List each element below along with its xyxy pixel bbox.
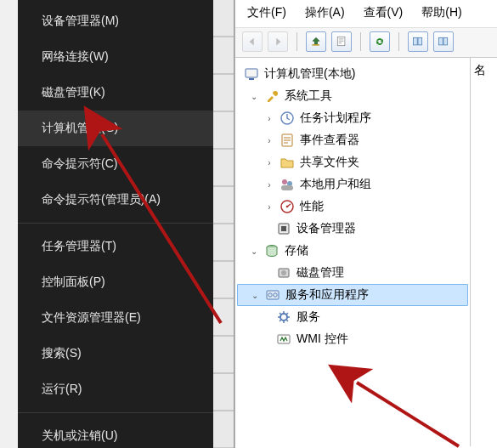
wrench-icon xyxy=(264,88,280,104)
toolbar-separator xyxy=(398,32,399,51)
menu-help[interactable]: 帮助(H) xyxy=(421,5,461,20)
svg-rect-7 xyxy=(249,78,254,80)
chevron-down-icon[interactable]: ⌄ xyxy=(249,246,259,256)
device-manager-icon xyxy=(276,221,291,236)
toolbar-refresh-button[interactable] xyxy=(370,31,390,52)
tree-label: 系统工具 xyxy=(285,88,332,104)
svg-point-14 xyxy=(286,206,289,208)
menu-view[interactable]: 查看(V) xyxy=(364,5,404,20)
svg-rect-0 xyxy=(312,44,319,46)
arrow-right-icon xyxy=(272,36,284,48)
toolbar xyxy=(235,28,497,58)
toolbar-forward-button[interactable] xyxy=(268,31,288,52)
svg-rect-16 xyxy=(281,226,286,231)
svg-rect-6 xyxy=(246,69,257,77)
toolbar-panes-button[interactable] xyxy=(408,31,428,52)
tree-wmi-control[interactable]: WMI 控件 xyxy=(237,328,468,350)
tree-label: 服务和应用程序 xyxy=(285,287,369,303)
svg-point-19 xyxy=(281,270,286,275)
menu-shutdown-signout[interactable]: 关机或注销(U) xyxy=(18,418,213,448)
tree-label: 存储 xyxy=(285,243,308,258)
chevron-down-icon[interactable]: ⌄ xyxy=(250,290,260,300)
menu-separator xyxy=(18,412,213,413)
tree-services-and-apps[interactable]: ⌄ 服务和应用程序 xyxy=(237,284,468,306)
menu-command-prompt-admin[interactable]: 命令提示符(管理员)(A) xyxy=(18,182,213,218)
tree-disk-management[interactable]: 磁盘管理 xyxy=(237,262,468,284)
column-name-header: 名 xyxy=(474,63,486,77)
computer-management-window: 文件(F) 操作(A) 查看(V) 帮助(H) 计算机管理(本地) ⌄ xyxy=(234,0,497,448)
menu-device-manager[interactable]: 设备管理器(M) xyxy=(18,3,213,39)
tree-shared-folders[interactable]: › 共享文件夹 xyxy=(237,151,468,173)
tree-label: 共享文件夹 xyxy=(300,155,359,170)
svg-point-10 xyxy=(282,179,287,184)
svg-rect-1 xyxy=(337,37,345,46)
gear-icon xyxy=(276,309,291,325)
chevron-right-icon[interactable]: › xyxy=(264,179,274,190)
toolbar-separator xyxy=(297,32,297,51)
details-column-header: 名 xyxy=(470,58,497,446)
svg-rect-24 xyxy=(278,335,290,343)
tree-label: 性能 xyxy=(300,199,324,214)
tree-storage[interactable]: ⌄ 存储 xyxy=(237,240,468,262)
tree-event-viewer[interactable]: › 事件查看器 xyxy=(237,129,468,151)
menu-control-panel[interactable]: 控制面板(P) xyxy=(18,264,213,300)
services-apps-icon xyxy=(265,287,280,303)
tree-root-label: 计算机管理(本地) xyxy=(264,66,355,82)
chevron-right-icon[interactable]: › xyxy=(264,135,274,145)
tree-label: 设备管理器 xyxy=(297,221,356,236)
menu-search[interactable]: 搜索(S) xyxy=(18,336,213,371)
toolbar-back-button[interactable] xyxy=(242,31,263,52)
properties-icon xyxy=(336,36,347,48)
wmi-icon xyxy=(276,332,291,347)
menu-separator xyxy=(18,223,213,224)
arrow-left-icon xyxy=(246,36,258,48)
disk-icon xyxy=(276,265,291,281)
svg-point-23 xyxy=(280,314,287,320)
panes-icon xyxy=(412,36,424,48)
refresh-icon xyxy=(374,36,386,48)
background-strip xyxy=(213,0,234,448)
performance-icon xyxy=(280,199,295,214)
menubar: 文件(F) 操作(A) 查看(V) 帮助(H) xyxy=(235,0,497,28)
tree-local-users-groups[interactable]: › 本地用户和组 xyxy=(237,173,468,196)
tree-label: 事件查看器 xyxy=(300,133,359,148)
menu-action[interactable]: 操作(A) xyxy=(305,5,345,20)
tree-label: 本地用户和组 xyxy=(300,177,371,192)
tree-label: 任务计划程序 xyxy=(300,111,371,126)
toolbar-panes2-button[interactable] xyxy=(433,31,454,52)
svg-rect-3 xyxy=(418,37,422,45)
users-icon xyxy=(280,177,295,192)
menu-command-prompt[interactable]: 命令提示符(C) xyxy=(18,146,213,182)
menu-computer-management[interactable]: 计算机管理(G) xyxy=(18,111,213,146)
winx-context-menu: 设备管理器(M) 网络连接(W) 磁盘管理(K) 计算机管理(G) 命令提示符(… xyxy=(18,0,213,448)
chevron-right-icon[interactable]: › xyxy=(264,201,274,212)
chevron-right-icon[interactable]: › xyxy=(264,113,274,123)
tree-root[interactable]: 计算机管理(本地) xyxy=(237,63,468,85)
menu-file-explorer[interactable]: 文件资源管理器(E) xyxy=(18,300,213,336)
tree-label: 磁盘管理 xyxy=(297,265,344,281)
tree-system-tools[interactable]: ⌄ 系统工具 xyxy=(237,85,468,107)
chevron-right-icon[interactable]: › xyxy=(264,157,274,167)
tree-label: 服务 xyxy=(297,309,320,325)
tree-label: WMI 控件 xyxy=(297,332,348,347)
tree-services[interactable]: 服务 xyxy=(237,306,468,328)
folder-icon xyxy=(280,155,295,170)
menu-network-connections[interactable]: 网络连接(W) xyxy=(18,39,213,75)
chevron-down-icon[interactable]: ⌄ xyxy=(249,91,259,101)
tree-task-scheduler[interactable]: › 任务计划程序 xyxy=(237,107,468,129)
svg-rect-5 xyxy=(443,37,448,45)
menu-disk-management[interactable]: 磁盘管理(K) xyxy=(18,75,213,111)
menu-run[interactable]: 运行(R) xyxy=(18,371,213,407)
svg-rect-2 xyxy=(414,37,418,45)
computer-icon xyxy=(244,66,259,82)
clock-icon xyxy=(280,111,295,126)
tree-device-manager[interactable]: 设备管理器 xyxy=(237,218,468,240)
panes-icon xyxy=(438,36,449,48)
menu-file[interactable]: 文件(F) xyxy=(247,5,286,20)
toolbar-up-button[interactable] xyxy=(306,31,326,52)
svg-rect-12 xyxy=(281,185,293,190)
toolbar-properties-button[interactable] xyxy=(331,31,352,52)
tree-performance[interactable]: › 性能 xyxy=(237,196,468,218)
menu-task-manager[interactable]: 任务管理器(T) xyxy=(18,229,213,264)
navigation-tree: 计算机管理(本地) ⌄ 系统工具 › 任务计划程序 › 事件查看器 xyxy=(235,58,470,446)
